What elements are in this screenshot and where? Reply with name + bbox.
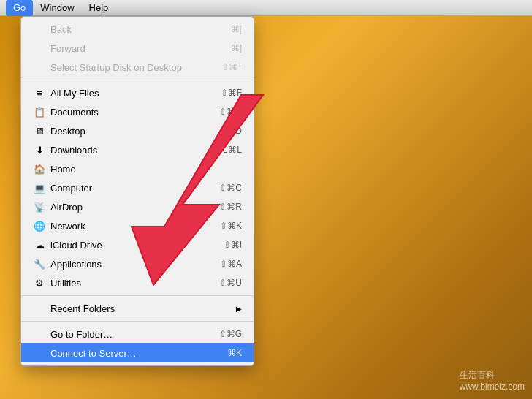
menu-item-connect-to-server[interactable]: Connect to Server… ⌘K: [21, 343, 254, 362]
menu-item-all-my-files[interactable]: ≡ All My Files ⇧⌘F: [21, 83, 254, 102]
documents-icon: 📋: [33, 107, 46, 118]
menu-item-startup-disk[interactable]: Select Startup Disk on Desktop ⇧⌘↑: [21, 58, 254, 77]
menu-item-goto-folder[interactable]: Go to Folder… ⇧⌘G: [21, 324, 254, 343]
menu-item-airdrop[interactable]: 📡 AirDrop ⇧⌘R: [21, 197, 254, 216]
network-icon: 🌐: [33, 221, 46, 232]
watermark-line2: www.bimeiz.com: [460, 381, 525, 392]
watermark-line1: 生活百科: [460, 369, 525, 381]
submenu-arrow: ▶: [236, 305, 242, 313]
separator-3: [21, 321, 254, 322]
menu-item-documents[interactable]: 📋 Documents ⇧⌘O: [21, 102, 254, 121]
menu-item-back[interactable]: Back ⌘[: [21, 20, 254, 39]
menu-item-desktop[interactable]: 🖥 Desktop ⇧⌘D: [21, 121, 254, 140]
downloads-icon: ⬇: [33, 145, 46, 156]
menu-item-icloud-drive[interactable]: ☁ iCloud Drive ⇧⌘I: [21, 235, 254, 254]
menu-item-recent-folders[interactable]: Recent Folders ▶: [21, 299, 254, 318]
menu-item-applications[interactable]: 🔧 Applications ⇧⌘A: [21, 254, 254, 273]
menu-item-forward[interactable]: Forward ⌘]: [21, 39, 254, 58]
menu-help[interactable]: Help: [82, 0, 116, 16]
go-menu-dropdown: Back ⌘[ Forward ⌘] Select Startup Disk o…: [20, 16, 254, 366]
menu-item-home[interactable]: 🏠 Home: [21, 159, 254, 178]
airdrop-icon: 📡: [33, 202, 46, 213]
menu-window[interactable]: Window: [33, 0, 81, 16]
menubar: Go Window Help: [0, 0, 532, 16]
watermark: 生活百科 www.bimeiz.com: [460, 369, 525, 392]
menu-go[interactable]: Go: [6, 0, 33, 16]
home-icon: 🏠: [33, 164, 46, 175]
computer-icon: 💻: [33, 183, 46, 194]
menu-item-network[interactable]: 🌐 Network ⇧⌘K: [21, 216, 254, 235]
icloud-icon: ☁: [33, 240, 46, 251]
menu-item-computer[interactable]: 💻 Computer ⇧⌘C: [21, 178, 254, 197]
menu-item-utilities[interactable]: ⚙ Utilities ⇧⌘U: [21, 273, 254, 292]
desktop-icon: 🖥: [33, 126, 46, 137]
menu-item-downloads[interactable]: ⬇ Downloads ⌥⌘L: [21, 140, 254, 159]
applications-icon: 🔧: [33, 259, 46, 270]
utilities-icon: ⚙: [33, 278, 46, 289]
separator-2: [21, 295, 254, 296]
all-files-icon: ≡: [33, 88, 46, 99]
separator-1: [21, 80, 254, 80]
